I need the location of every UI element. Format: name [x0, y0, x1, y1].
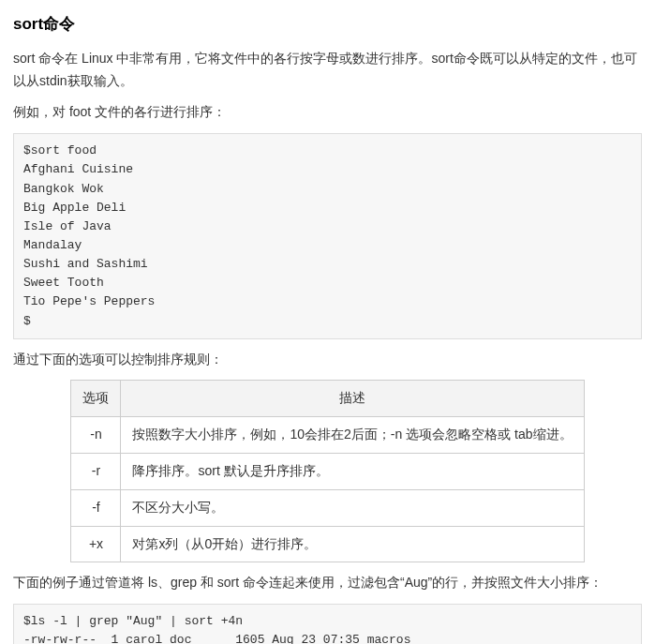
table-row: -f 不区分大小写。: [71, 489, 584, 526]
th-desc: 描述: [121, 381, 584, 417]
table-row: -r 降序排序。sort 默认是升序排序。: [71, 454, 584, 490]
table-row: +x 对第x列（从0开始）进行排序。: [71, 526, 584, 562]
code-block-sort-food: $sort food Afghani Cuisine Bangkok Wok B…: [13, 133, 642, 338]
table-row: -n 按照数字大小排序，例如，10会排在2后面；-n 选项会忽略空格或 tab缩…: [71, 417, 584, 454]
intro-paragraph: sort 命令在 Linux 中非常有用，它将文件中的各行按字母或数进行排序。s…: [13, 48, 642, 93]
example2-label: 下面的例子通过管道将 ls、grep 和 sort 命令连起来使用，过滤包含“A…: [13, 572, 642, 594]
opt-cell: -f: [71, 489, 121, 526]
desc-cell: 不区分大小写。: [121, 489, 584, 526]
example1-label: 例如，对 foot 文件的各行进行排序：: [13, 101, 642, 124]
desc-cell: 对第x列（从0开始）进行排序。: [121, 526, 584, 562]
options-table: 选项 描述 -n 按照数字大小排序，例如，10会排在2后面；-n 选项会忽略空格…: [70, 380, 584, 562]
code-block-ls-grep-sort: $ls -l | grep "Aug" | sort +4n -rw-rw-r-…: [13, 604, 642, 644]
opt-cell: -r: [71, 454, 121, 490]
section-heading: sort命令: [13, 11, 642, 38]
opt-cell: +x: [71, 526, 121, 562]
desc-cell: 按照数字大小排序，例如，10会排在2后面；-n 选项会忽略空格或 tab缩进。: [121, 417, 584, 454]
options-intro: 通过下面的选项可以控制排序规则：: [13, 349, 642, 371]
desc-cell: 降序排序。sort 默认是升序排序。: [121, 454, 584, 490]
table-header-row: 选项 描述: [71, 381, 584, 417]
opt-cell: -n: [71, 417, 121, 454]
th-option: 选项: [71, 381, 121, 417]
